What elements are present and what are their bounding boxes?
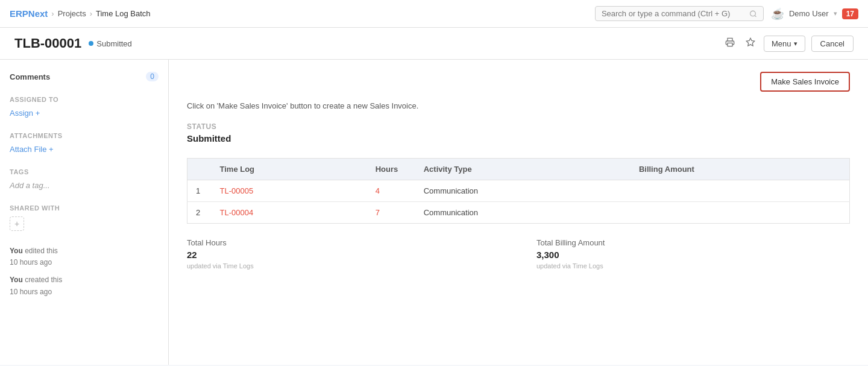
cell-index: 2 <box>187 202 212 224</box>
cancel-button[interactable]: Cancel <box>811 36 854 52</box>
cell-billing-amount <box>631 202 850 224</box>
attachments-label: ATTACHMENTS <box>10 132 159 139</box>
main-content: Make Sales Invoice Click on 'Make Sales … <box>169 60 868 365</box>
comments-section: Comments 0 <box>10 72 159 81</box>
total-billing-note: updated via Time Logs <box>536 262 850 270</box>
add-tag-input[interactable]: Add a tag... <box>10 181 50 190</box>
print-button[interactable] <box>723 35 737 52</box>
tags-section: TAGS Add a tag... <box>10 168 159 190</box>
activity-action-1: edited this <box>25 247 58 255</box>
page-actions: Menu Cancel <box>723 35 854 52</box>
cell-time-log: TL-00004 <box>212 202 367 224</box>
assigned-to-label: ASSIGNED TO <box>10 96 159 103</box>
breadcrumb-sep-1: › <box>51 9 54 18</box>
svg-rect-2 <box>728 43 732 46</box>
page-title: TLB-00001 <box>14 36 81 51</box>
total-hours-note: updated via Time Logs <box>187 262 500 270</box>
brand-logo[interactable]: ERPNext <box>10 8 48 19</box>
status-text: Submitted <box>96 39 132 48</box>
assign-link[interactable]: Assign + <box>10 109 40 118</box>
attach-file-link[interactable]: Attach File + <box>10 145 54 154</box>
star-button[interactable] <box>743 35 758 52</box>
col-hours: Hours <box>367 159 415 180</box>
cell-time-log: TL-00005 <box>212 180 367 202</box>
coffee-icon: ☕ <box>771 7 784 21</box>
total-hours-value: 22 <box>187 250 500 260</box>
summary-row: Total Hours 22 updated via Time Logs Tot… <box>187 238 850 270</box>
activity-action-2: created this <box>25 276 62 284</box>
make-sales-invoice-button[interactable]: Make Sales Invoice <box>760 72 850 92</box>
svg-marker-3 <box>746 38 754 46</box>
page-title-area: TLB-00001 Submitted <box>14 36 132 51</box>
total-billing-item: Total Billing Amount 3,300 updated via T… <box>536 238 850 270</box>
activity-log: You edited this 10 hours ago You created… <box>10 245 159 298</box>
col-billing-amount: Billing Amount <box>631 159 850 180</box>
shared-with-section: SHARED WITH + <box>10 204 159 231</box>
time-log-table: Time Log Hours Activity Type Billing Amo… <box>187 158 850 224</box>
notification-badge[interactable]: 17 <box>842 8 858 19</box>
time-log-link[interactable]: TL-00005 <box>220 186 254 195</box>
activity-time-2: 10 hours ago <box>10 288 52 296</box>
invoice-hint-text: Click on 'Make Sales Invoice' button to … <box>187 101 850 110</box>
breadcrumb-sep-2: › <box>90 9 92 18</box>
col-time-log: Time Log <box>212 159 367 180</box>
user-area: ☕ Demo User ▾ 17 <box>771 7 858 21</box>
comments-count: 0 <box>146 72 159 81</box>
tags-label: TAGS <box>10 168 159 175</box>
breadcrumb-current: Time Log Batch <box>96 9 151 18</box>
svg-line-1 <box>755 15 756 16</box>
user-menu[interactable]: Demo User <box>789 9 829 18</box>
attachments-section: ATTACHMENTS Attach File + <box>10 132 159 154</box>
table-header-row: Time Log Hours Activity Type Billing Amo… <box>187 159 850 180</box>
breadcrumb-projects[interactable]: Projects <box>58 9 86 18</box>
search-input[interactable] <box>602 9 747 18</box>
cell-activity-type: Communication <box>415 202 631 224</box>
list-item: You created this 10 hours ago <box>10 274 159 297</box>
table-row: 1 TL-00005 4 Communication <box>187 180 850 202</box>
svg-point-0 <box>750 11 755 16</box>
activity-time-1: 10 hours ago <box>10 258 52 267</box>
status-field-value: Submitted <box>187 133 850 144</box>
search-icon <box>749 10 757 18</box>
search-box[interactable] <box>595 6 764 21</box>
menu-button[interactable]: Menu <box>764 36 805 52</box>
status-dot <box>89 41 93 46</box>
total-hours-item: Total Hours 22 updated via Time Logs <box>187 238 500 270</box>
time-log-link[interactable]: TL-00004 <box>220 208 254 217</box>
breadcrumb-area: ERPNext › Projects › Time Log Batch <box>10 8 151 19</box>
total-billing-label: Total Billing Amount <box>536 238 850 247</box>
status-badge: Submitted <box>89 39 132 48</box>
content-inner: Make Sales Invoice Click on 'Make Sales … <box>169 60 868 365</box>
activity-section: You edited this 10 hours ago You created… <box>10 245 159 298</box>
total-billing-value: 3,300 <box>536 250 850 260</box>
invoice-btn-area: Make Sales Invoice <box>187 72 850 92</box>
col-activity-type: Activity Type <box>415 159 631 180</box>
user-dropdown-arrow: ▾ <box>834 10 837 17</box>
cell-index: 1 <box>187 180 212 202</box>
activity-actor-1: You <box>10 247 23 255</box>
cell-billing-amount <box>631 180 850 202</box>
list-item: You edited this 10 hours ago <box>10 245 159 268</box>
total-hours-label: Total Hours <box>187 238 500 247</box>
page-header: TLB-00001 Submitted Menu Cancel <box>0 28 868 60</box>
cell-hours: 4 <box>367 180 415 202</box>
status-field-label: Status <box>187 122 850 131</box>
comments-header: Comments 0 <box>10 72 159 81</box>
navbar-right: ☕ Demo User ▾ 17 <box>595 6 858 21</box>
shared-add-button[interactable]: + <box>10 216 24 231</box>
shared-with-label: SHARED WITH <box>10 204 159 212</box>
navbar: ERPNext › Projects › Time Log Batch ☕ De… <box>0 0 868 28</box>
sidebar: Comments 0 ASSIGNED TO Assign + ATTACHME… <box>0 60 169 365</box>
main-layout: Comments 0 ASSIGNED TO Assign + ATTACHME… <box>0 60 868 365</box>
cell-hours: 7 <box>367 202 415 224</box>
status-section: Status Submitted <box>187 122 850 144</box>
col-index <box>187 159 212 180</box>
activity-actor-2: You <box>10 276 23 284</box>
comments-label: Comments <box>10 72 50 81</box>
assigned-to-section: ASSIGNED TO Assign + <box>10 96 159 118</box>
table-row: 2 TL-00004 7 Communication <box>187 202 850 224</box>
cell-activity-type: Communication <box>415 180 631 202</box>
